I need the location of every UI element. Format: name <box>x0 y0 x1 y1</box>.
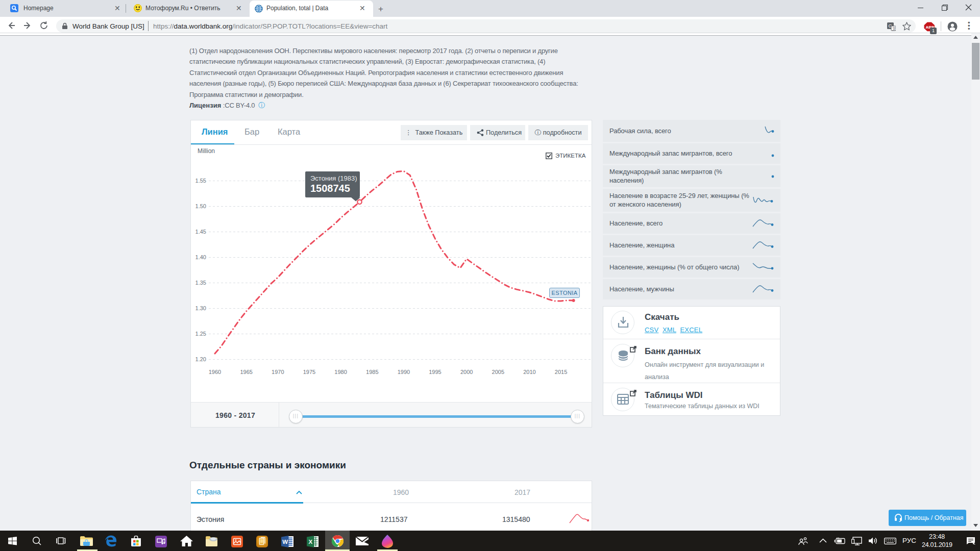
svg-text:1.40: 1.40 <box>195 254 206 260</box>
svg-text:X: X <box>309 539 313 545</box>
svg-text:1.25: 1.25 <box>195 331 206 337</box>
svg-text:W: W <box>282 539 288 545</box>
svg-text:1.45: 1.45 <box>195 229 206 235</box>
svg-text:1970: 1970 <box>272 369 284 375</box>
svg-text:1965: 1965 <box>240 369 252 375</box>
svg-text:1.35: 1.35 <box>195 280 206 286</box>
svg-text:2015: 2015 <box>555 369 567 375</box>
svg-text:文: 文 <box>892 27 896 31</box>
svg-text:2010: 2010 <box>523 369 535 375</box>
svg-text:1.20: 1.20 <box>195 356 206 362</box>
svg-text:1960: 1960 <box>209 369 221 375</box>
svg-text:1990: 1990 <box>398 369 410 375</box>
svg-text:2005: 2005 <box>492 369 504 375</box>
svg-text:1980: 1980 <box>334 369 347 375</box>
svg-text:1995: 1995 <box>429 369 441 375</box>
svg-text:2000: 2000 <box>460 369 473 375</box>
svg-text:1.55: 1.55 <box>195 178 206 184</box>
svg-text:1.30: 1.30 <box>195 305 206 311</box>
svg-text:1.50: 1.50 <box>195 203 206 209</box>
svg-text:1975: 1975 <box>303 369 315 375</box>
svg-text:1985: 1985 <box>366 369 378 375</box>
